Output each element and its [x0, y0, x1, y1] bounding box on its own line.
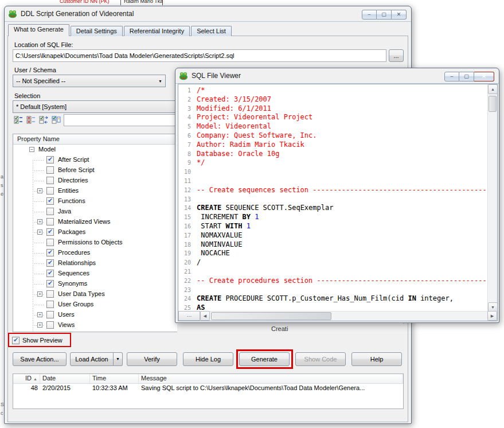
- log-cell-date: 2/20/2015: [40, 384, 90, 393]
- checkbox[interactable]: [46, 311, 54, 318]
- sql-code-area[interactable]: /*Created: 3/15/2007Modified: 6/1/2011Pr…: [197, 84, 487, 312]
- collapse-icon[interactable]: −: [29, 147, 34, 152]
- checkbox[interactable]: [46, 270, 54, 277]
- log-column-message[interactable]: Message: [139, 374, 403, 383]
- default-selection-icon[interactable]: [50, 114, 62, 126]
- checkbox[interactable]: [46, 239, 54, 246]
- user-schema-dropdown[interactable]: -- Not Specified -- ▼: [13, 75, 166, 87]
- scroll-up-icon[interactable]: ▲: [488, 84, 498, 94]
- tree-connector: [33, 160, 44, 161]
- user-schema-label: User / Schema: [14, 67, 56, 73]
- log-header[interactable]: ID▲ Date Time Message: [13, 374, 403, 384]
- checkbox[interactable]: [46, 249, 54, 256]
- load-action-menu-arrow-icon[interactable]: ▼: [114, 352, 123, 366]
- tab-referential-integrity[interactable]: Referential Integrity: [124, 26, 190, 36]
- close-button[interactable]: ✕: [392, 10, 407, 20]
- main-title-bar[interactable]: DDL Script Generation of Videorental – ▢…: [5, 6, 411, 22]
- minimize-button[interactable]: –: [362, 10, 377, 20]
- background-entity-fragment: Customer ID NN (PK) Radim Mario Tkacik: [57, 0, 163, 5]
- deselect-all-icon[interactable]: [25, 114, 37, 126]
- checkbox[interactable]: [46, 228, 54, 236]
- invert-selection-icon[interactable]: [38, 114, 49, 126]
- hide-log-button[interactable]: Hide Log: [183, 352, 233, 366]
- sql-code-viewer[interactable]: 1234567891011121314151617181920212223242…: [178, 84, 498, 321]
- scroll-right-icon[interactable]: ▶: [487, 311, 497, 321]
- scroll-left-icon[interactable]: ◀: [200, 311, 210, 321]
- checkbox[interactable]: [46, 321, 54, 329]
- expand-icon[interactable]: +: [37, 188, 42, 193]
- chevron-down-icon: ▼: [158, 79, 162, 83]
- code-segment: INCREMENT: [197, 213, 242, 221]
- expand-icon[interactable]: +: [37, 219, 42, 224]
- checkbox[interactable]: [46, 301, 54, 308]
- checkbox[interactable]: [46, 177, 54, 184]
- expand-icon[interactable]: +: [37, 291, 42, 297]
- entity-attribute-text: Customer ID NN (PK): [60, 0, 110, 4]
- expand-icon[interactable]: +: [37, 229, 42, 235]
- log-panel[interactable]: ID▲ Date Time Message 482/20/201510:32:3…: [13, 373, 404, 409]
- checkbox[interactable]: [46, 208, 54, 215]
- checkbox[interactable]: [46, 156, 54, 164]
- tree-connector: [33, 201, 44, 202]
- checkbox[interactable]: [46, 187, 54, 194]
- code-segment: BY: [242, 213, 250, 221]
- code-segment: PROCEDURE SCOTT.p_Customer_Has_Num_Film(…: [221, 294, 408, 302]
- checkbox[interactable]: [46, 197, 54, 205]
- tab-detail-settings[interactable]: Detail Settings: [71, 26, 123, 36]
- vertical-scrollbar[interactable]: ▲ ▼: [487, 84, 497, 312]
- code-segment: Project: Videorental Project: [197, 113, 312, 121]
- toad-app-icon: [179, 71, 188, 80]
- horizontal-scroll-thumb[interactable]: [211, 312, 331, 320]
- code-line: Modified: 6/1/2011: [197, 104, 487, 114]
- log-column-time[interactable]: Time: [90, 374, 139, 383]
- viewer-minimize-button[interactable]: –: [444, 72, 459, 81]
- show-code-button[interactable]: Show Code: [295, 352, 346, 366]
- viewer-title-bar[interactable]: SQL File Viewer – ▢ ✕: [175, 68, 499, 84]
- tree-item-label: Packages: [58, 228, 85, 235]
- line-number: 9: [178, 158, 194, 168]
- tree-connector: [33, 284, 44, 285]
- help-button[interactable]: Help: [351, 352, 402, 366]
- checkbox[interactable]: [46, 259, 54, 267]
- viewer-close-button[interactable]: ✕: [474, 72, 494, 81]
- tab-what-to-generate[interactable]: What to Generate: [8, 24, 69, 36]
- checkbox[interactable]: [46, 218, 54, 225]
- load-action-button[interactable]: Load Action: [70, 352, 114, 366]
- sql-file-path-input[interactable]: C:\Users\lknapek\Documents\Toad Data Mod…: [13, 49, 386, 62]
- expand-icon[interactable]: +: [37, 312, 42, 317]
- code-line: NOCACHE: [197, 249, 487, 258]
- code-line: [197, 286, 487, 295]
- checkbox[interactable]: [46, 290, 54, 298]
- verify-button[interactable]: Verify: [127, 352, 177, 366]
- line-number: 13: [178, 195, 194, 204]
- line-number: 14: [178, 204, 194, 213]
- log-column-date[interactable]: Date: [40, 374, 90, 383]
- browse-button[interactable]: ...: [389, 49, 404, 62]
- code-segment: /*: [197, 86, 205, 94]
- code-segment: Created: 3/15/2007: [197, 95, 271, 103]
- expand-icon[interactable]: +: [37, 322, 42, 328]
- tree-connector: [33, 181, 44, 181]
- scroll-split-button[interactable]: …: [178, 311, 200, 321]
- log-column-id[interactable]: ID▲: [13, 374, 40, 383]
- viewer-maximize-button[interactable]: ▢: [459, 72, 474, 81]
- tree-item-label: Synonyms: [58, 280, 87, 287]
- code-line: [197, 195, 487, 204]
- maximize-button[interactable]: ▢: [377, 10, 392, 20]
- horizontal-scrollbar[interactable]: … ◀ ▶: [178, 311, 497, 321]
- save-action-button[interactable]: Save Action...: [13, 352, 67, 366]
- obscured-region: Creati: [177, 324, 404, 338]
- desktop: Customer ID NN (PK) Radim Mario Tkacik a…: [0, 0, 504, 428]
- code-line: Database: Oracle 10g: [197, 150, 487, 159]
- vertical-scroll-thumb[interactable]: [489, 96, 497, 112]
- tab-bar: What to GenerateDetail SettingsReferenti…: [8, 24, 233, 36]
- tab-select-list[interactable]: Select List: [191, 26, 232, 36]
- select-all-icon[interactable]: [13, 114, 24, 126]
- checkbox[interactable]: [46, 166, 54, 174]
- code-line: [197, 177, 487, 186]
- checkbox[interactable]: [46, 280, 54, 287]
- tree-connector: [33, 243, 44, 243]
- sort-asc-icon: ▲: [33, 377, 37, 381]
- code-line: Author: Radim Mario Tkacik: [197, 141, 487, 150]
- log-row[interactable]: 482/20/201510:32:33 AMSaving SQL script …: [13, 384, 403, 393]
